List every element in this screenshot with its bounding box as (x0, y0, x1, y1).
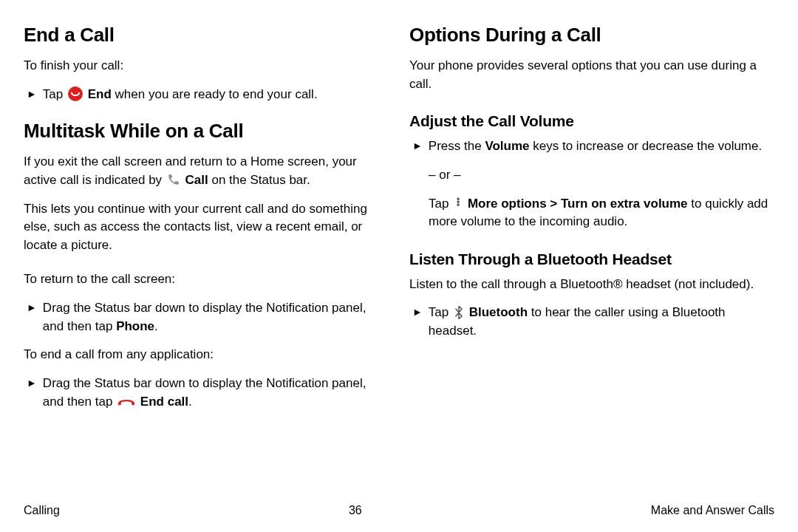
page: End a Call To finish your call: ► Tap En… (0, 0, 798, 532)
text-to-finish: To finish your call: (24, 57, 389, 75)
heading-options: Options During a Call (409, 24, 774, 47)
footer-page-number: 36 (349, 504, 362, 517)
text: on the Status bar. (208, 173, 310, 187)
text-or: – or – (429, 166, 774, 185)
bluetooth-icon (454, 305, 464, 320)
bullet-content: Drag the Status bar down to display the … (43, 375, 389, 411)
heading-end-a-call: End a Call (24, 24, 389, 47)
bullet-tap-end: ► Tap End when you are ready to end your… (24, 86, 389, 104)
text-endcall-bold: End call (140, 395, 188, 409)
text-volume-bold: Volume (485, 139, 529, 153)
text: Drag the Status bar down to display the … (43, 376, 366, 409)
right-column: Options During a Call Your phone provide… (409, 24, 774, 480)
text-call-bold: Call (185, 173, 208, 187)
heading-multitask: Multitask While on a Call (24, 120, 389, 143)
bullet-drag-endcall: ► Drag the Status bar down to display th… (24, 375, 389, 411)
bullet-tap-bluetooth: ► Tap Bluetooth to hear the caller using… (409, 304, 774, 340)
heading-adjust-volume: Adjust the Call Volume (409, 112, 774, 130)
more-options-icon: ••• (454, 198, 463, 208)
bullet-drag-phone: ► Drag the Status bar down to display th… (24, 299, 389, 335)
text: Tap (429, 197, 452, 211)
text-more-options: Tap ••• More options > Turn on extra vol… (429, 195, 774, 231)
phone-handset-icon (167, 173, 180, 186)
text-options-intro: Your phone provides several options that… (409, 57, 774, 93)
text-phone-bold: Phone (116, 319, 154, 333)
text: Tap (43, 87, 66, 101)
text: keys to increase or decrease the volume. (530, 139, 763, 153)
bullet-marker: ► (27, 299, 37, 317)
text-to-return: To return to the call screen: (24, 270, 389, 289)
footer-left: Calling (24, 504, 60, 517)
text: Press the (429, 139, 485, 153)
text-more-bold: More options > Turn on extra volume (468, 197, 688, 211)
footer-right: Make and Answer Calls (651, 504, 774, 517)
end-call-handset-icon (117, 396, 135, 407)
end-call-red-circle-icon (68, 86, 83, 101)
text-exit-call: If you exit the call screen and return t… (24, 153, 389, 189)
text-end-any-app: To end a call from any application: (24, 346, 389, 364)
text-lets-you: This lets you continue with your current… (24, 200, 389, 255)
bullet-marker: ► (27, 375, 37, 392)
bullet-content: Tap End when you are ready to end your c… (43, 86, 389, 104)
bullet-marker: ► (27, 86, 37, 103)
text-end-bold: End (88, 87, 112, 101)
text-bt-intro: Listen to the call through a Bluetooth® … (409, 276, 774, 294)
bullet-marker: ► (412, 304, 423, 321)
bullet-content: Press the Volume keys to increase or dec… (429, 137, 774, 156)
page-footer: Calling 36 Make and Answer Calls (0, 504, 798, 517)
text-bt-bold: Bluetooth (469, 305, 528, 319)
text: Drag the Status bar down to display the … (43, 301, 366, 333)
text: . (154, 319, 158, 333)
bullet-volume-keys: ► Press the Volume keys to increase or d… (409, 137, 774, 156)
bullet-content: Drag the Status bar down to display the … (43, 299, 389, 335)
left-column: End a Call To finish your call: ► Tap En… (24, 24, 389, 480)
bullet-marker: ► (412, 137, 423, 155)
heading-bluetooth: Listen Through a Bluetooth Headset (409, 250, 774, 268)
text: . (188, 395, 192, 409)
text: Tap (429, 305, 452, 319)
text: when you are ready to end your call. (112, 87, 318, 101)
bullet-content: Tap Bluetooth to hear the caller using a… (429, 304, 774, 340)
